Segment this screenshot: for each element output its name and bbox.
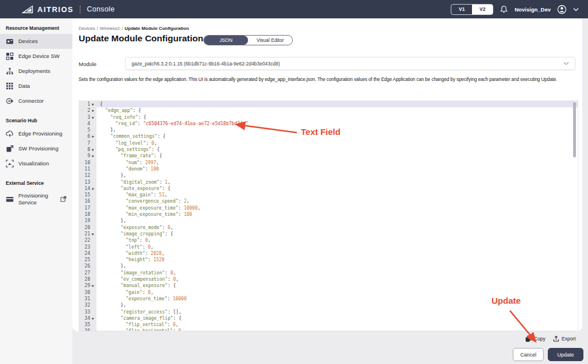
sidebar-item-deployments[interactable]: Deployments bbox=[0, 64, 72, 79]
editor-line[interactable]: 6▼"common_settings": { bbox=[79, 133, 578, 140]
editor-line[interactable]: 3▼"req_info": { bbox=[79, 114, 578, 121]
line-number: 11 bbox=[84, 166, 90, 172]
sidebar-item-connector[interactable]: Connector bbox=[0, 94, 72, 109]
editor-line-content: "image_rotation": 0, bbox=[96, 270, 176, 276]
fold-toggle-icon[interactable]: ▼ bbox=[90, 315, 95, 322]
json-editor[interactable]: 1▼{2▼"edge_app": {3▼"req_info": {4"req_i… bbox=[79, 100, 578, 331]
editor-line[interactable]: 11"denom": 100 bbox=[79, 166, 578, 172]
breadcrumb-item[interactable]: Wireless2 bbox=[100, 26, 120, 31]
avatar[interactable] bbox=[557, 5, 567, 14]
editor-line-content: "flip_vertical": 0, bbox=[96, 322, 179, 328]
sidebar-item-label: Data bbox=[18, 83, 30, 90]
editor-line[interactable]: 23"left": 0, bbox=[79, 244, 578, 250]
editor-line[interactable]: 35"flip_vertical": 0, bbox=[79, 322, 578, 328]
editor-line[interactable]: 16"convergence_speed": 2, bbox=[79, 198, 578, 204]
editor-line[interactable]: 17"max_exposure_time": 10000, bbox=[79, 205, 578, 211]
json-punctuation: }, bbox=[121, 173, 126, 178]
editor-line[interactable]: 1▼{ bbox=[79, 101, 578, 107]
editor-line[interactable]: 15"max_gain": 51, bbox=[79, 192, 578, 198]
page-title: Update Module Configuration bbox=[79, 33, 203, 44]
fold-toggle-icon[interactable]: ▼ bbox=[90, 282, 95, 289]
sidebar-item-devices[interactable]: Devices bbox=[0, 34, 72, 49]
editor-line[interactable]: 29▼"manual_exposure": { bbox=[79, 282, 578, 289]
app-header: AITRIOS Console V1 V2 Novisign_Dev bbox=[0, 0, 588, 18]
editor-line[interactable]: 27"image_rotation": 0, bbox=[79, 270, 578, 276]
json-key: "exposure_mode" bbox=[121, 225, 162, 230]
editor-scrollbar[interactable] bbox=[573, 102, 576, 157]
fold-toggle-icon[interactable]: ▼ bbox=[90, 146, 95, 153]
editor-line[interactable]: 33"register_access": [], bbox=[79, 309, 578, 315]
editor-line[interactable]: 19}, bbox=[79, 218, 578, 224]
editor-line[interactable]: 14▼"auto_exposure": { bbox=[79, 185, 578, 192]
editor-line[interactable]: 22"top": 0, bbox=[79, 237, 578, 243]
line-number: 7 bbox=[87, 140, 90, 146]
tab-visual-editor[interactable]: Visual Editor bbox=[248, 36, 292, 45]
editor-gutter: 36 bbox=[79, 328, 96, 331]
json-number-value: 2997 bbox=[145, 160, 156, 165]
editor-line[interactable]: 21▼"image_cropping": { bbox=[79, 231, 578, 237]
editor-line-content: "frame_rate": { bbox=[96, 153, 162, 159]
editor-line[interactable]: 10"num": 2997, bbox=[79, 160, 578, 166]
export-button[interactable]: Export bbox=[553, 335, 576, 342]
fold-toggle-icon[interactable]: ▼ bbox=[90, 231, 95, 237]
version-v2-button[interactable]: V2 bbox=[472, 5, 493, 14]
breadcrumb-item[interactable]: Devices bbox=[79, 26, 95, 31]
json-punctuation: }, bbox=[121, 303, 126, 308]
user-name: Novisign_Dev bbox=[514, 6, 551, 13]
editor-line[interactable]: 25"height": 1520 bbox=[79, 257, 578, 263]
module-select[interactable]: gaze_patch6.3.2:0.1.15 (6b1db71c-9b16-4b… bbox=[125, 57, 575, 70]
editor-line-content: "gain": 0, bbox=[96, 289, 153, 296]
update-button[interactable]: Update bbox=[548, 348, 583, 361]
fold-toggle-icon[interactable]: ▼ bbox=[90, 153, 95, 159]
editor-line[interactable]: 9▼"frame_rate": { bbox=[79, 153, 578, 159]
json-punctuation: : bbox=[138, 121, 144, 126]
sidebar-item-visualization[interactable]: Visualization bbox=[0, 156, 72, 171]
json-punctuation: : bbox=[140, 238, 145, 243]
sidebar-item-edge-provisioning[interactable]: Edge Provisioning bbox=[0, 126, 72, 141]
editor-line[interactable]: 32}, bbox=[79, 302, 578, 308]
sidebar-section: External ServiceProvisioning Service bbox=[0, 180, 72, 210]
tab-json[interactable]: JSON bbox=[204, 36, 248, 45]
sidebar-item-edge-device-sw[interactable]: Edge Device SW bbox=[0, 49, 72, 64]
notifications-bell-icon[interactable] bbox=[500, 5, 508, 14]
editor-gutter: 8▼ bbox=[79, 146, 96, 153]
editor-line[interactable]: 36"flip_horizontal": 0 bbox=[79, 328, 578, 331]
line-number: 31 bbox=[84, 296, 90, 302]
sidebar-item-provisioning-service[interactable]: Provisioning Service bbox=[0, 189, 72, 210]
editor-line[interactable]: 30"gain": 0, bbox=[79, 289, 578, 296]
user-menu-chevron-down-icon[interactable] bbox=[573, 7, 579, 11]
editor-line[interactable]: 24"width": 2028, bbox=[79, 250, 578, 257]
editor-line[interactable]: 20"exposure_mode": 0, bbox=[79, 224, 578, 231]
editor-line[interactable]: 31"exposure_time": 10000 bbox=[79, 296, 578, 302]
edge-device-sw-icon bbox=[6, 52, 14, 60]
editor-line[interactable]: 7"log_level": 0, bbox=[79, 140, 578, 146]
editor-line[interactable]: 26}, bbox=[79, 263, 578, 269]
editor-line-content: "log_level": 0, bbox=[96, 140, 157, 146]
editor-line[interactable]: 18"min_exposure_time": 100 bbox=[79, 211, 578, 218]
version-v1-button[interactable]: V1 bbox=[451, 5, 472, 14]
json-punctuation: : bbox=[179, 212, 184, 217]
line-number: 19 bbox=[84, 218, 90, 224]
editor-line[interactable]: 12}, bbox=[79, 172, 578, 179]
fold-toggle-icon[interactable]: ▼ bbox=[90, 107, 95, 114]
fold-toggle-icon[interactable]: ▼ bbox=[90, 133, 95, 140]
json-punctuation: : bbox=[142, 245, 148, 250]
editor-line[interactable]: 34▼"camera_image_flip": { bbox=[79, 315, 578, 322]
fold-toggle-icon[interactable]: ▼ bbox=[90, 114, 95, 121]
editor-line[interactable]: 28"ev_compensation": 0, bbox=[79, 276, 578, 282]
sidebar-item-label: Devices bbox=[18, 38, 38, 45]
editor-line-content: "flip_horizontal": 0 bbox=[96, 328, 181, 331]
line-number: 22 bbox=[84, 237, 90, 243]
copy-button[interactable]: Copy bbox=[525, 335, 546, 342]
editor-line[interactable]: 5}, bbox=[79, 127, 578, 133]
editor-line[interactable]: 2▼"edge_app": { bbox=[79, 107, 578, 114]
fold-toggle-icon[interactable]: ▼ bbox=[90, 185, 95, 192]
editor-line[interactable]: 8▼"pq_settings": { bbox=[79, 146, 578, 153]
copy-icon bbox=[525, 335, 532, 342]
sidebar-item-sw-provisioning[interactable]: SW Provisioning bbox=[0, 141, 72, 156]
sidebar-item-data[interactable]: Data bbox=[0, 79, 72, 94]
editor-line[interactable]: 13"digital_zoom": 1, bbox=[79, 179, 578, 185]
editor-line[interactable]: 4"req_id": "c6504376-ed74-41ea-ae72-e5d1… bbox=[79, 121, 578, 127]
fold-toggle-icon[interactable]: ▼ bbox=[90, 101, 95, 107]
cancel-button[interactable]: Cancel bbox=[513, 348, 544, 361]
